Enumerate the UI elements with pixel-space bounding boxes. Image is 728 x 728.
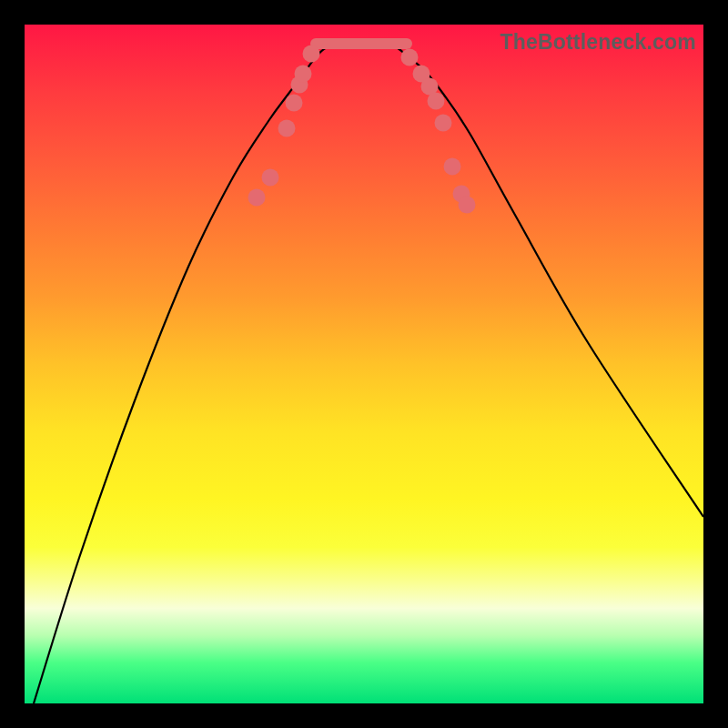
plot-area: TheBottleneck.com [25, 25, 703, 703]
data-dot [278, 120, 296, 137]
data-dot [444, 158, 461, 176]
data-dot [286, 95, 303, 112]
chart-frame: TheBottleneck.com [0, 0, 728, 728]
data-dot [401, 49, 419, 66]
curve-svg [25, 25, 703, 703]
data-dot [295, 66, 312, 83]
data-dot [459, 197, 476, 214]
right-dot-cluster [401, 49, 476, 214]
data-dot [248, 189, 266, 207]
left-dot-cluster [248, 46, 320, 207]
bottleneck-curve [34, 44, 703, 703]
data-dot [435, 115, 452, 132]
data-dot [262, 169, 279, 187]
data-dot [428, 93, 445, 110]
data-dot [303, 46, 320, 63]
